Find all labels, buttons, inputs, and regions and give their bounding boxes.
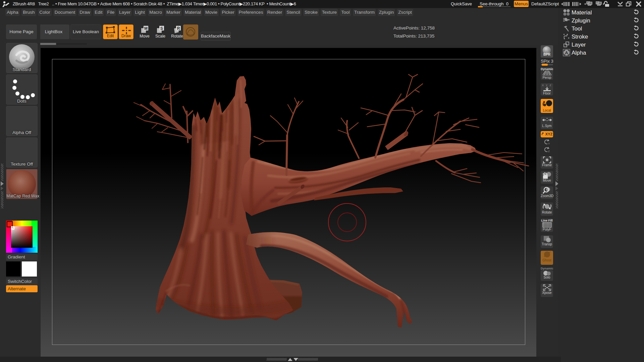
svg-text:Y: Y [548, 142, 550, 145]
svg-text:Z: Z [548, 150, 550, 153]
svg-text:S: S [160, 26, 163, 31]
svg-text:A: A [565, 50, 568, 55]
svg-text:M: M [144, 26, 148, 31]
svg-text:R: R [177, 26, 180, 31]
svg-text:BPR: BPR [543, 53, 551, 56]
